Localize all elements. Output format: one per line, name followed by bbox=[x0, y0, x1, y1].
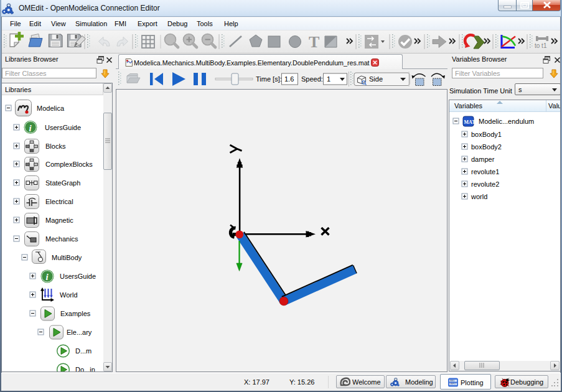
svg-text:MAT: MAT bbox=[464, 119, 476, 125]
svg-text:Ele...ary: Ele...ary bbox=[67, 329, 92, 336]
svg-text:World: World bbox=[60, 291, 78, 299]
svg-text:Modelica: Modelica bbox=[37, 105, 65, 112]
svg-text:boxBody1: boxBody1 bbox=[471, 131, 502, 138]
svg-text:world: world bbox=[471, 193, 487, 200]
svg-text:1: 1 bbox=[327, 75, 330, 83]
svg-text:revolute2: revolute2 bbox=[471, 180, 499, 188]
svg-text:T: T bbox=[309, 33, 319, 51]
svg-text:Modelic...endulum: Modelic...endulum bbox=[479, 118, 534, 125]
svg-text:MultiBody: MultiBody bbox=[52, 254, 82, 261]
svg-text:Mechanics: Mechanics bbox=[45, 235, 78, 243]
svg-text:Time [s]:: Time [s]: bbox=[256, 75, 282, 83]
svg-text:damper: damper bbox=[471, 156, 495, 163]
svg-text:Electrical: Electrical bbox=[45, 198, 73, 205]
svg-text:to t1: to t1 bbox=[535, 42, 547, 49]
svg-text:Examples: Examples bbox=[60, 310, 91, 317]
svg-text:UsersGuide: UsersGuide bbox=[45, 124, 81, 131]
svg-text:boxBody2: boxBody2 bbox=[471, 143, 502, 151]
svg-text:Do...in: Do...in bbox=[75, 366, 95, 371]
svg-text:D...m: D...m bbox=[75, 347, 91, 355]
svg-text:Side: Side bbox=[369, 75, 383, 83]
svg-text:SIMU: SIMU bbox=[450, 380, 455, 382]
svg-text:Magnetic: Magnetic bbox=[45, 217, 73, 224]
svg-text:OMPLT: OMPLT bbox=[450, 383, 457, 386]
svg-text:StateGraph: StateGraph bbox=[45, 179, 80, 187]
svg-text:1.6: 1.6 bbox=[284, 75, 294, 83]
svg-text:Speed:: Speed: bbox=[301, 75, 323, 83]
svg-text:ComplexBlocks: ComplexBlocks bbox=[45, 161, 93, 168]
svg-text:Blocks: Blocks bbox=[45, 142, 66, 150]
svg-text:revolute1: revolute1 bbox=[471, 168, 499, 175]
svg-text:UsersGuide: UsersGuide bbox=[60, 273, 96, 280]
